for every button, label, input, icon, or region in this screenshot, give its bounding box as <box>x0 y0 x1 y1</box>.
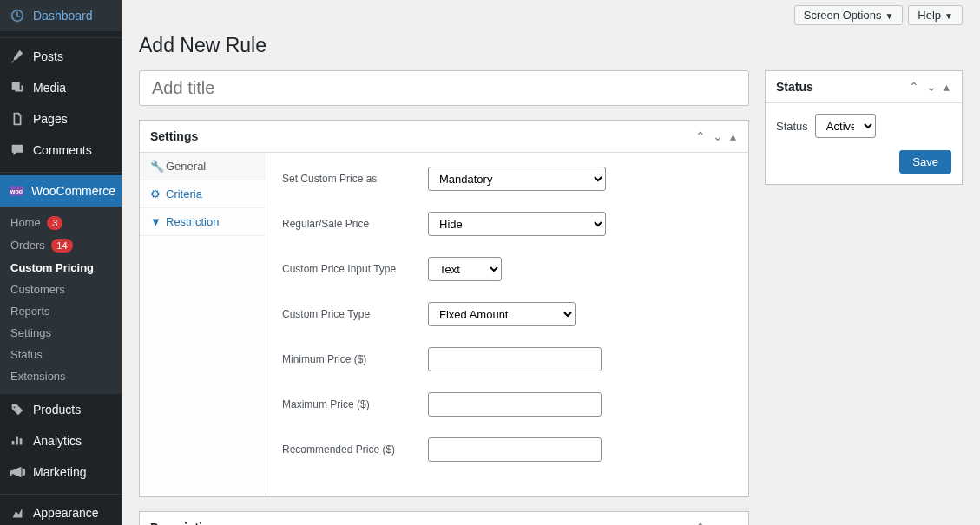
separator <box>0 168 122 173</box>
tab-general[interactable]: 🔧General <box>140 153 266 180</box>
gear-icon: ⚙ <box>150 187 161 200</box>
max-price-input[interactable] <box>428 392 602 417</box>
move-up-icon[interactable]: ⌃ <box>907 80 921 94</box>
appearance-icon <box>9 504 26 522</box>
panel-controls: ⌃ ⌄ ▴ <box>694 521 738 525</box>
wrench-icon: 🔧 <box>150 160 161 173</box>
analytics-icon <box>9 432 26 450</box>
sidebar-label: Comments <box>33 143 92 157</box>
separator <box>0 490 122 495</box>
move-down-icon[interactable]: ⌄ <box>711 521 725 525</box>
sidebar-label: Marketing <box>33 465 86 479</box>
status-select[interactable]: Active <box>815 114 876 138</box>
set-price-label: Set Custom Price as <box>282 173 428 185</box>
sidebar-item-dashboard[interactable]: Dashboard <box>0 0 122 31</box>
sub-item-customers[interactable]: Customers <box>0 279 122 300</box>
marketing-icon <box>9 463 26 481</box>
sub-item-settings[interactable]: Settings <box>0 322 122 344</box>
admin-sidebar: Dashboard Posts Media Pages Comments woo… <box>0 0 122 525</box>
sub-item-custom-pricing[interactable]: Custom Pricing <box>0 257 122 279</box>
woocommerce-icon: woo <box>9 182 24 200</box>
separator <box>0 34 122 38</box>
panel-controls: ⌃ ⌄ ▴ <box>907 80 951 94</box>
panel-heading: Status <box>776 80 813 94</box>
regular-price-label: Regular/Sale Price <box>282 218 428 230</box>
sidebar-label: Dashboard <box>33 9 93 23</box>
collapse-icon[interactable]: ▴ <box>942 80 951 94</box>
input-type-label: Custom Price Input Type <box>282 263 428 275</box>
rec-price-label: Recommended Price ($) <box>282 443 428 456</box>
comments-icon <box>9 141 26 159</box>
sidebar-item-pages[interactable]: Pages <box>0 103 122 135</box>
sub-item-home[interactable]: Home 3 <box>0 212 122 234</box>
sidebar-item-woocommerce[interactable]: woo WooCommerce <box>0 175 122 207</box>
sidebar-item-comments[interactable]: Comments <box>0 135 122 166</box>
sidebar-label: Appearance <box>33 506 99 520</box>
sidebar-label: WooCommerce <box>31 184 115 198</box>
sidebar-item-posts[interactable]: Posts <box>0 41 122 72</box>
sidebar-item-appearance[interactable]: Appearance <box>0 497 122 525</box>
panel-controls: ⌃ ⌄ ▴ <box>694 129 738 143</box>
collapse-icon[interactable]: ▴ <box>728 129 738 143</box>
panel-heading: Description <box>150 521 217 525</box>
panel-heading: Settings <box>150 129 198 143</box>
chevron-down-icon: ▼ <box>944 11 953 21</box>
move-up-icon[interactable]: ⌃ <box>694 129 707 143</box>
input-type-select[interactable]: Text <box>428 257 502 281</box>
products-icon <box>9 401 26 418</box>
move-down-icon[interactable]: ⌄ <box>924 80 938 94</box>
filter-icon: ▼ <box>150 215 161 228</box>
sidebar-label: Pages <box>33 112 68 126</box>
regular-price-select[interactable]: Hide <box>428 212 606 236</box>
status-label: Status <box>776 120 808 133</box>
price-type-label: Custom Price Type <box>282 308 428 320</box>
sub-item-extensions[interactable]: Extensions <box>0 365 122 387</box>
sidebar-item-media[interactable]: Media <box>0 72 122 103</box>
min-price-label: Minimum Price ($) <box>282 353 428 365</box>
count-badge: 3 <box>47 216 62 230</box>
max-price-label: Maximum Price ($) <box>282 398 428 410</box>
settings-panel: Settings ⌃ ⌄ ▴ 🔧General ⚙Criteria ▼Restr… <box>139 120 749 497</box>
pages-icon <box>9 110 26 128</box>
topbar: Screen Options▼ Help▼ <box>139 0 963 30</box>
min-price-input[interactable] <box>428 347 602 371</box>
move-up-icon[interactable]: ⌃ <box>694 521 707 525</box>
svg-text:woo: woo <box>10 187 23 195</box>
settings-tabs: 🔧General ⚙Criteria ▼Restriction <box>140 153 266 496</box>
sidebar-submenu: Home 3 Orders 14 Custom Pricing Customer… <box>0 207 122 394</box>
sidebar-item-analytics[interactable]: Analytics <box>0 425 122 456</box>
screen-options-button[interactable]: Screen Options▼ <box>794 5 904 25</box>
price-type-select[interactable]: Fixed Amount <box>428 302 576 326</box>
collapse-icon[interactable]: ▴ <box>728 521 738 525</box>
tab-criteria[interactable]: ⚙Criteria <box>140 180 266 208</box>
status-panel: Status ⌃ ⌄ ▴ Status Active Sa <box>765 70 963 185</box>
dashboard-icon <box>9 7 26 24</box>
help-button[interactable]: Help▼ <box>908 5 963 25</box>
count-badge: 14 <box>51 239 72 253</box>
sub-item-reports[interactable]: Reports <box>0 300 122 322</box>
media-icon <box>9 79 26 96</box>
rule-title-input[interactable] <box>139 70 749 106</box>
sidebar-item-marketing[interactable]: Marketing <box>0 456 122 488</box>
set-price-select[interactable]: Mandatory <box>428 167 606 191</box>
sidebar-item-products[interactable]: Products <box>0 394 122 425</box>
description-panel: Description ⌃ ⌄ ▴ Add Media <box>139 511 749 525</box>
sidebar-label: Analytics <box>33 434 82 448</box>
page-title: Add New Rule <box>139 34 963 57</box>
tab-restriction[interactable]: ▼Restriction <box>140 208 266 236</box>
sidebar-label: Posts <box>33 49 63 63</box>
sidebar-label: Products <box>33 403 81 417</box>
sidebar-label: Media <box>33 81 66 95</box>
main-content: Screen Options▼ Help▼ Add New Rule Setti… <box>122 0 980 525</box>
sub-item-orders[interactable]: Orders 14 <box>0 234 122 257</box>
pin-icon <box>9 48 26 65</box>
move-down-icon[interactable]: ⌄ <box>711 129 725 143</box>
sub-item-status[interactable]: Status <box>0 344 122 365</box>
rec-price-input[interactable] <box>428 437 602 462</box>
chevron-down-icon: ▼ <box>885 11 893 21</box>
save-button[interactable]: Save <box>899 150 951 174</box>
